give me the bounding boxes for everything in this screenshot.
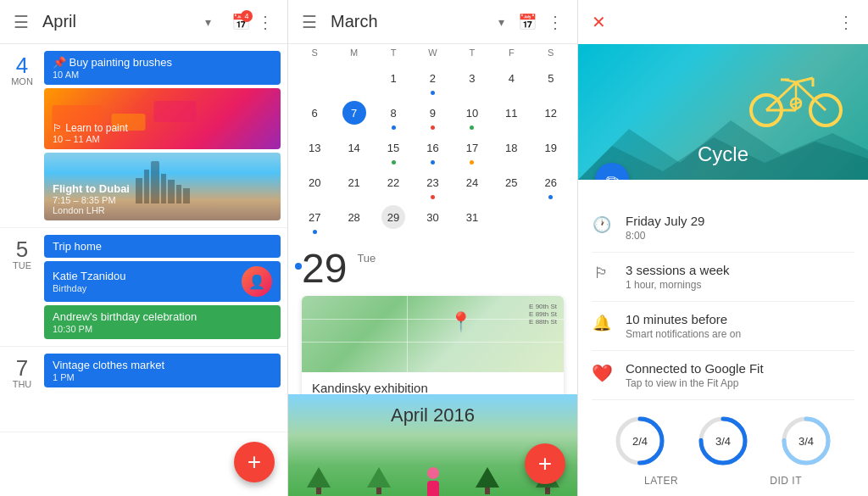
tree-2: [367, 467, 391, 496]
day-cell-26[interactable]: 26: [531, 169, 570, 202]
day-cell-10[interactable]: 10: [453, 99, 492, 132]
day-cell-16[interactable]: 16: [413, 134, 452, 167]
event-bday-title: Andrew's birthday celebration: [53, 310, 272, 323]
event-detail-dow: Tue: [357, 252, 376, 265]
more-icon[interactable]: ⋮: [257, 12, 274, 32]
day-cell-20[interactable]: 20: [295, 169, 334, 202]
dot: [431, 91, 435, 95]
event-hero-image: Cycle ✏: [578, 44, 868, 180]
hamburger-icon[interactable]: ☰: [14, 12, 29, 32]
event-name: Kandinsky exhibition: [312, 381, 554, 394]
day-cell-24[interactable]: 24: [453, 169, 492, 202]
day-cell-27[interactable]: 27: [295, 203, 334, 237]
dot: [548, 195, 553, 199]
event-flight-dubai[interactable]: Flight to Dubai 7:15 – 8:35 PM London LH…: [44, 153, 281, 220]
day-cell-empty-2[interactable]: [334, 64, 373, 98]
more-button[interactable]: ⋮: [837, 12, 854, 32]
scroll-indicator: [295, 263, 302, 270]
event-detail-panel-header: ✕ ⋮: [578, 0, 868, 44]
day-cell-3[interactable]: 3: [453, 64, 492, 98]
month-calendar-grid: S M T W T F S 1 2 3 4 5 6 7: [288, 44, 577, 238]
event-detail-header: 29 Tue: [288, 238, 577, 296]
fit-sub: Tap to view in the Fit App: [626, 377, 764, 389]
day-cell-25[interactable]: 25: [492, 169, 531, 202]
day-cell-9[interactable]: 9: [413, 99, 452, 132]
event-time: 10 AM: [53, 70, 272, 80]
event-detail-card[interactable]: 📍 E 90th StE 89th StE 88th St Kandinsky …: [302, 296, 564, 394]
dow-t1: T: [374, 47, 413, 58]
add-event-fab-month[interactable]: +: [525, 443, 565, 484]
day-cell-7-today[interactable]: 7: [334, 99, 373, 132]
dot: [431, 195, 435, 199]
tree-top: [307, 467, 331, 488]
tree-1: [307, 467, 331, 496]
dropdown-icon-month[interactable]: ▾: [498, 15, 504, 29]
day-cell-14[interactable]: 14: [334, 134, 373, 167]
event-katie-title: Katie Tzanidou: [53, 270, 126, 282]
close-button[interactable]: ✕: [592, 12, 606, 32]
day-number-5: 5: [16, 238, 28, 260]
fit-label: Connected to Google Fit: [626, 361, 764, 376]
hamburger-icon-month[interactable]: ☰: [302, 12, 317, 32]
day-cell-5[interactable]: 5: [531, 64, 570, 98]
event-katie[interactable]: Katie Tzanidou Birthday 👤: [44, 261, 281, 302]
map-grid-line-2: [302, 342, 564, 343]
progress-item-3: 3/4: [779, 414, 833, 468]
detail-reminder-text: 10 minutes before Smart notifications ar…: [626, 312, 741, 340]
dropdown-icon[interactable]: ▾: [205, 15, 211, 29]
add-event-fab[interactable]: +: [234, 442, 275, 482]
day-cell-4[interactable]: 4: [492, 64, 531, 98]
day-cell-23[interactable]: 23: [413, 169, 452, 202]
progress-ring-2: 3/4: [696, 414, 750, 468]
day-cell-empty-1[interactable]: [295, 64, 334, 98]
more-icon-month[interactable]: ⋮: [547, 12, 564, 32]
day-cell-8[interactable]: 8: [374, 99, 413, 132]
tree-trunk: [376, 488, 381, 494]
day-cell-30[interactable]: 30: [413, 203, 452, 237]
pencil-icon: ✏: [606, 170, 619, 180]
day-cell-13[interactable]: 13: [295, 134, 334, 167]
day-cell-12[interactable]: 12: [531, 99, 570, 132]
flight-info: Flight to Dubai 7:15 – 8:35 PM London LH…: [53, 182, 130, 215]
dot: [431, 125, 435, 130]
dot: [470, 125, 474, 130]
calendar-icon[interactable]: 📅 4: [231, 13, 250, 31]
day-cell-1[interactable]: 1: [374, 64, 413, 98]
day-cell-19[interactable]: 19: [531, 134, 570, 167]
later-button[interactable]: Later: [644, 475, 678, 487]
map-grid-vertical: [407, 296, 408, 372]
dot: [313, 230, 317, 234]
event-vintage[interactable]: Vintage clothes market 1 PM: [44, 354, 281, 387]
day-cell-6[interactable]: 6: [295, 99, 334, 132]
day-label-7: 7 Thu: [0, 354, 44, 389]
day-cell-17[interactable]: 17: [453, 134, 492, 167]
day-cell-28[interactable]: 28: [334, 203, 373, 237]
day-cell-22[interactable]: 22: [374, 169, 413, 202]
day-cell-18[interactable]: 18: [492, 134, 531, 167]
day-cell-11[interactable]: 11: [492, 99, 531, 132]
map-street-label: E 90th StE 89th StE 88th St: [529, 303, 557, 326]
day-cell-2[interactable]: 2: [413, 64, 452, 98]
day-cell-21[interactable]: 21: [334, 169, 373, 202]
did-it-button[interactable]: Did it: [770, 475, 802, 487]
dot: [470, 160, 474, 164]
day-cell-15[interactable]: 15: [374, 134, 413, 167]
tree-3: [476, 467, 499, 496]
calendar-icon-month[interactable]: 📅: [518, 13, 537, 31]
day-name-7: Thu: [13, 379, 32, 389]
building-5: [176, 185, 181, 203]
day-number-4: 4: [16, 54, 28, 76]
event-learn-to-paint[interactable]: 🏳 Learn to paint 10 – 11 AM: [44, 88, 281, 149]
day-name-5: Tue: [13, 260, 31, 270]
day-cell-29-selected[interactable]: 29: [374, 203, 413, 237]
day-row-4: 4 Mon 📌 Buy painting brushes 10 AM 🏳 Lea…: [0, 44, 287, 228]
day-cell-empty-3[interactable]: [492, 203, 531, 237]
event-trip-home[interactable]: Trip home: [44, 235, 281, 258]
week-row-4: 20 21 22 23 24 25 26: [295, 169, 570, 202]
day-cell-empty-4[interactable]: [531, 203, 570, 237]
week-row-3: 13 14 15 16 17 18 19: [295, 134, 570, 167]
day-cell-31[interactable]: 31: [453, 203, 492, 237]
event-buy-painting[interactable]: 📌 Buy painting brushes 10 AM: [44, 51, 281, 85]
detail-row-fit[interactable]: ❤️ Connected to Google Fit Tap to view i…: [592, 351, 854, 400]
event-birthday-celebration[interactable]: Andrew's birthday celebration 10:30 PM: [44, 305, 281, 339]
